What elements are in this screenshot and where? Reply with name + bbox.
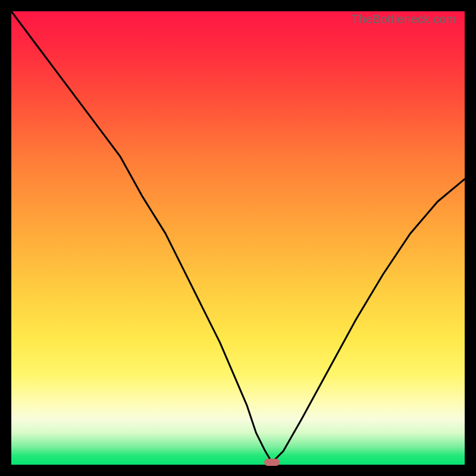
plot-area: TheBottleneck.com	[11, 11, 465, 465]
bottleneck-curve	[11, 11, 465, 465]
chart-frame: TheBottleneck.com	[0, 0, 476, 476]
curve-path	[11, 11, 465, 462]
minimum-marker	[264, 459, 280, 466]
